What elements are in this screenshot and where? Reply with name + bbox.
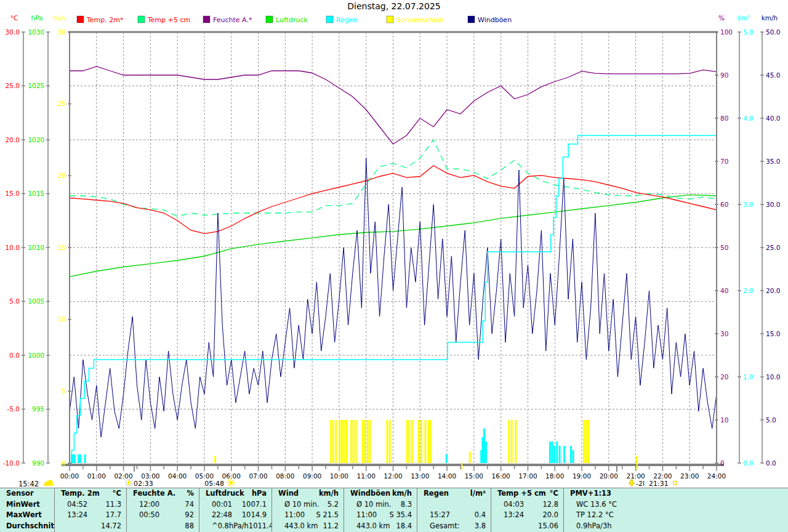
sun-ray <box>228 480 229 481</box>
bar <box>551 441 553 463</box>
footer-value-right <box>782 510 787 521</box>
legend-swatch <box>138 16 145 23</box>
bar <box>341 420 343 463</box>
footer-value-row: 00:5092 <box>127 510 199 521</box>
x-hour-label: 08:00 <box>276 472 294 480</box>
x-hour-label: 03:00 <box>141 472 159 480</box>
footer-value-row: WC 13.6 °C <box>564 499 787 510</box>
footer-value-row: 443.0 km18.4 <box>344 521 417 532</box>
tick-label: 1025 <box>28 82 44 89</box>
bar <box>79 454 81 463</box>
legend-label: Windböen <box>478 16 512 24</box>
footer-value-left <box>127 521 139 532</box>
bar <box>563 446 565 463</box>
weather-app-window: Dienstag, 22.07.2025 -10.0-5.00.05.010.0… <box>0 0 788 532</box>
tick-label: 25.0 <box>6 82 20 89</box>
tick-label: 20.0 <box>6 136 20 143</box>
bar <box>430 420 432 463</box>
tick-label: 1005 <box>28 297 44 305</box>
footer-col-unit: hPa <box>252 488 271 499</box>
unit-label-temp: °C <box>10 14 18 22</box>
tick-label: 30.0 <box>6 28 20 36</box>
footer-value-left: 04:03 <box>491 499 524 510</box>
x-hour-label: 20:00 <box>600 472 618 480</box>
bar <box>386 420 388 463</box>
legend-item: Regen <box>326 16 358 24</box>
tick-label: 5.0 <box>766 416 776 424</box>
footer-value-right: 17.7 <box>105 510 126 521</box>
unit-label-min: min <box>53 14 65 22</box>
bar <box>343 420 345 463</box>
tick-label: 10.0 <box>766 373 780 381</box>
tick-label: 1030 <box>28 28 44 36</box>
footer-col-windb-en: Windböenkm/hØ 10 min.8.311:00S 35.4443.0… <box>344 488 417 532</box>
bar <box>469 451 471 463</box>
tick-label: 0 <box>720 459 725 467</box>
unit-label-wind: km/h <box>762 14 778 22</box>
footer-value-row: 88 <box>127 521 199 532</box>
footer-value-left: 12:00 <box>127 499 159 510</box>
footer-value-left: 15:27 <box>417 510 450 521</box>
footer-value-left: 11:00 <box>344 510 377 521</box>
x-hour-label: 02:00 <box>114 472 132 480</box>
bar <box>585 420 587 463</box>
bar <box>446 454 448 463</box>
tick-label: 25 <box>58 100 66 107</box>
bar <box>583 420 585 463</box>
bar <box>553 446 555 463</box>
tick-label: 4.0 <box>743 115 754 122</box>
footer-value-row: 443.0 km11.2 <box>272 521 344 532</box>
footer-col-temp-+5-cm: Temp +5 cm°C04:0312.813:2420.015.06 <box>491 488 563 532</box>
legend-item: Sonnenschein <box>387 16 444 24</box>
footer-col-temp-2m: Temp. 2m°C04:5211.313:2417.714.72 <box>54 488 126 532</box>
tick-label: 35.0 <box>766 158 780 165</box>
footer-col-label: Temp +5 cm <box>491 488 546 499</box>
footer-col-pmv+1-13: PMV+1:13WC 13.6 °CTP 12.2 °C0.9hPa/3h <box>563 488 787 532</box>
legend-item: Feuchte A.* <box>203 16 252 24</box>
tick-label: 1000 <box>28 352 44 359</box>
footer-value-left: 13:24 <box>55 510 87 521</box>
tick-label: 15.0 <box>766 330 780 337</box>
footer-value-right: 92 <box>185 510 199 521</box>
footer-value-left: 443.0 km <box>272 521 318 532</box>
footer-value-left: Ø 10 min. <box>272 499 319 510</box>
bar <box>511 420 513 463</box>
footer-col-unit: % <box>187 488 199 499</box>
tick-label: 1015 <box>28 190 44 197</box>
x-hour-label: 10:00 <box>330 472 348 480</box>
legend-item: Luftdruck <box>266 16 308 24</box>
x-hour-label: 21:00 <box>626 472 645 480</box>
footer-value-left: 00:50 <box>127 510 159 521</box>
tick-label: 15 <box>58 244 66 251</box>
footer-value-left: 0.9hPa/3h <box>564 521 612 532</box>
footer-col-header: Windböenkm/h <box>344 488 417 499</box>
tick-label: 1.0 <box>743 373 754 381</box>
bar <box>214 456 216 463</box>
x-hour-label: 00:00 <box>60 472 79 480</box>
footer-col-wind: Windkm/hØ 10 min.5.211:00S 21.5443.0 km1… <box>271 488 344 532</box>
bar <box>362 420 364 463</box>
tick-label: 10.0 <box>6 244 20 251</box>
sunset-time: 21:31 <box>649 480 669 488</box>
x-hour-label: 01:00 <box>87 472 106 480</box>
sunshine-total: 15:42 <box>18 480 54 488</box>
sunset-extra: -2l <box>636 480 645 488</box>
tick-label: 50 <box>720 244 728 251</box>
footer-value-right: 12.8 <box>542 499 563 510</box>
footer-value-row: 00:011007.1 <box>199 499 271 510</box>
tick-label: 60 <box>720 201 728 208</box>
tick-label: 100 <box>720 28 733 36</box>
footer-value-left: WC 13.6 °C <box>564 499 617 510</box>
footer-value-right: 11.2 <box>323 521 344 532</box>
sun-ray <box>233 480 234 481</box>
axis-unit-labels: °ChPamin%l/m²km/h <box>10 14 778 22</box>
tick-label: 5 <box>62 387 66 395</box>
tick-label: 10 <box>58 315 66 323</box>
footer-value-right: 1014.9 <box>242 510 271 521</box>
tick-label: 80 <box>720 115 728 122</box>
bar <box>556 441 558 463</box>
footer-value-left <box>417 499 430 510</box>
bar <box>515 420 517 463</box>
plot-border <box>62 32 724 465</box>
legend-item: Temp +5 cm <box>138 16 190 24</box>
